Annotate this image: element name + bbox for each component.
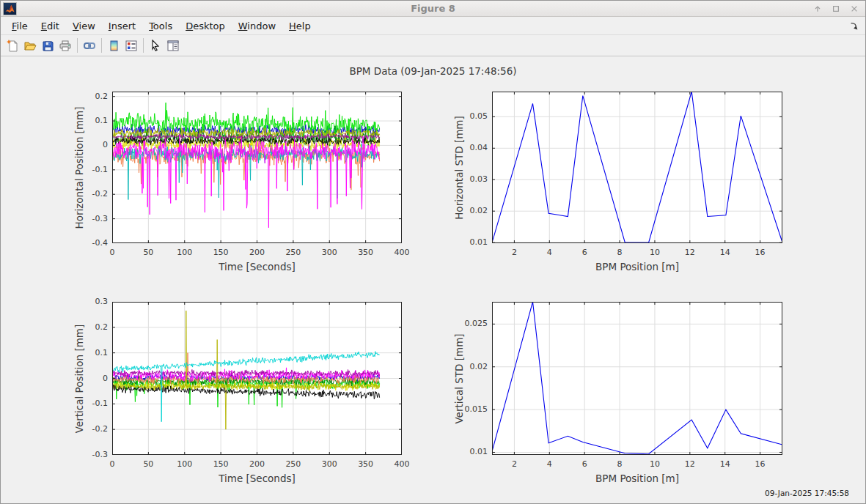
insert-legend-button[interactable] [122, 37, 140, 54]
plot-vertical-std[interactable] [492, 302, 782, 455]
y-tick-label: 0.025 [449, 319, 488, 328]
edit-plot-button[interactable] [147, 37, 164, 54]
window-title: Figure 8 [1, 1, 865, 17]
menu-item-help[interactable]: Help [282, 18, 318, 34]
menu-item-insert[interactable]: Insert [102, 18, 142, 34]
window-controls [812, 1, 859, 17]
y-axis-label-horizontal-position: Horizontal Position [mm] [73, 106, 85, 229]
plot-horizontal-std[interactable] [492, 92, 782, 243]
print-figure-button[interactable] [56, 37, 74, 54]
figure-window: Figure 8 FileEditViewInsertToolsDesktopW… [0, 0, 866, 504]
insert-colorbar-button[interactable] [105, 37, 122, 54]
menu-item-window[interactable]: Window [232, 18, 282, 34]
menu-item-desktop[interactable]: Desktop [179, 18, 232, 34]
maximize-button[interactable] [831, 4, 841, 14]
plot-horizontal-position[interactable] [112, 92, 402, 243]
dock-figure-icon[interactable] [849, 21, 861, 32]
y-tick-label: 0.2 [70, 92, 108, 101]
x-tick-label: 400 [380, 459, 424, 469]
x-tick-label: 16 [738, 459, 782, 469]
y-axis-label-horizontal-std: Horizontal STD [mm] [453, 116, 465, 220]
open-file-button[interactable] [21, 37, 39, 54]
title-bar: Figure 8 [1, 1, 865, 17]
x-axis-label-vertical-position: Time [Seconds] [219, 472, 296, 484]
y-axis-label-vertical-std: Vertical STD [mm] [453, 333, 465, 423]
y-tick-label: 0.01 [449, 237, 488, 247]
toolbar-separator [101, 38, 102, 53]
x-tick-label: 16 [738, 248, 782, 257]
new-figure-button[interactable] [4, 37, 21, 54]
figure-timestamp: 09-Jan-2025 17:45:58 [765, 489, 849, 497]
plot-vertical-position[interactable] [112, 302, 402, 455]
menu-item-edit[interactable]: Edit [34, 18, 66, 34]
x-axis-label-horizontal-position: Time [Seconds] [219, 261, 296, 273]
y-axis-label-vertical-position: Vertical Position [mm] [73, 324, 85, 433]
save-figure-button[interactable] [39, 37, 56, 54]
x-axis-label-vertical-std: BPM Position [m] [595, 472, 679, 484]
menu-item-view[interactable]: View [66, 18, 102, 34]
toolbar-separator [77, 38, 78, 53]
y-tick-label: -0.3 [70, 450, 108, 459]
menu-item-file[interactable]: File [5, 18, 34, 34]
close-button[interactable] [849, 4, 859, 14]
figure-title: BPM Data (09-Jan-2025 17:48:56) [1, 65, 865, 77]
toolbar-separator [143, 38, 144, 53]
y-tick-label: 0.3 [70, 297, 108, 306]
figure-canvas: BPM Data (09-Jan-2025 17:48:56) 09-Jan-2… [1, 56, 865, 503]
link-plot-button[interactable] [81, 37, 98, 54]
y-tick-label: -0.4 [70, 238, 108, 248]
menu-item-tools[interactable]: Tools [142, 18, 179, 34]
minimize-button[interactable] [812, 4, 823, 14]
menu-bar: FileEditViewInsertToolsDesktopWindowHelp [1, 17, 865, 35]
x-axis-label-horizontal-std: BPM Position [m] [595, 261, 679, 273]
x-tick-label: 400 [380, 248, 424, 257]
y-tick-label: 0.01 [449, 447, 488, 456]
toolbar [1, 35, 865, 56]
plot-browser-button[interactable] [164, 37, 182, 54]
